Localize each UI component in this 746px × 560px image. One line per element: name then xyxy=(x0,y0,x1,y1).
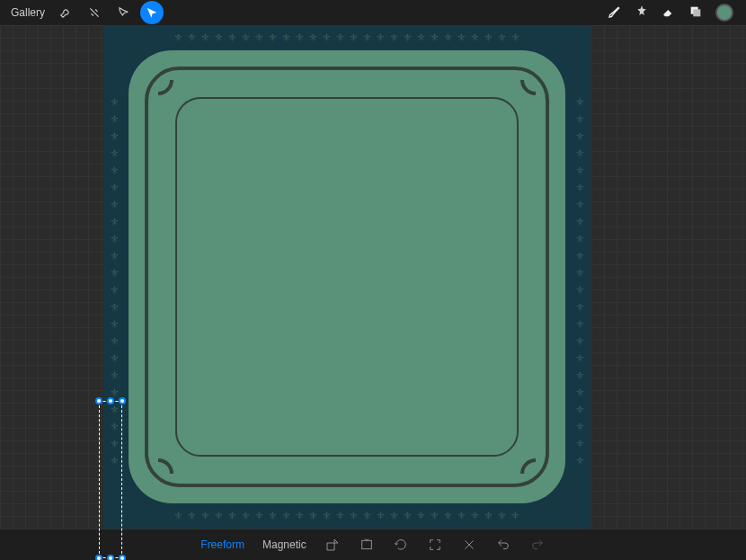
handle-tl[interactable] xyxy=(95,397,102,404)
fit-icon[interactable] xyxy=(427,537,443,553)
ornament-icon: ⚜ xyxy=(281,509,292,523)
ornament-icon: ⚜ xyxy=(574,437,585,451)
ornament-icon: ⚜ xyxy=(574,147,585,161)
ornament-icon: ⚜ xyxy=(362,31,373,45)
ornament-icon: ⚜ xyxy=(109,403,120,417)
ornament-icon: ⚜ xyxy=(109,181,120,195)
ornament-icon: ⚜ xyxy=(109,283,120,298)
ornament-icon: ⚜ xyxy=(574,334,585,349)
canvas[interactable]: ⚜⚜⚜⚜⚜⚜⚜⚜⚜⚜⚜⚜⚜⚜⚜⚜⚜⚜⚜⚜⚜⚜⚜⚜⚜⚜ ⚜⚜⚜⚜⚜⚜⚜⚜⚜⚜⚜⚜⚜… xyxy=(0,25,746,529)
close-icon[interactable] xyxy=(461,537,477,553)
ornament-icon: ⚜ xyxy=(574,181,585,195)
ornament-icon: ⚜ xyxy=(510,509,520,523)
ornament-icon: ⚜ xyxy=(241,31,252,45)
selection-icon[interactable] xyxy=(111,1,135,24)
ornament-icon: ⚜ xyxy=(109,334,120,349)
ornament-icon: ⚜ xyxy=(335,31,346,45)
ornament-icon: ⚜ xyxy=(109,215,120,229)
ornament-icon: ⚜ xyxy=(109,95,120,110)
snap-icon[interactable] xyxy=(324,537,341,553)
ornament-icon: ⚜ xyxy=(376,31,386,45)
ornament-icon: ⚜ xyxy=(574,420,585,434)
ornament-icon: ⚜ xyxy=(308,509,319,523)
ornament-icon: ⚜ xyxy=(349,509,360,523)
frame-fill xyxy=(129,50,565,503)
undo-icon[interactable] xyxy=(495,537,511,553)
ornament-icon: ⚜ xyxy=(281,31,292,45)
ornament-icon: ⚜ xyxy=(308,31,319,45)
brush-icon[interactable] xyxy=(608,4,622,22)
ornament-icon: ⚜ xyxy=(402,509,413,523)
ornament-icon: ⚜ xyxy=(574,403,585,417)
wrench-icon[interactable] xyxy=(54,1,77,24)
ornament-icon: ⚜ xyxy=(442,31,453,45)
ornament-icon: ⚜ xyxy=(469,509,480,523)
rotate-icon[interactable] xyxy=(393,537,409,553)
ornament-icon: ⚜ xyxy=(574,386,585,400)
gallery-link[interactable]: Gallery xyxy=(7,6,49,19)
ornament-icon: ⚜ xyxy=(227,31,238,45)
ornament-icon: ⚜ xyxy=(109,300,120,315)
transform-toolbar: Freeform Magnetic xyxy=(0,529,746,560)
transform-arrow-icon[interactable] xyxy=(140,1,164,24)
ornament-icon: ⚜ xyxy=(109,198,120,212)
ornament-icon: ⚜ xyxy=(574,317,585,332)
flip-h-icon[interactable] xyxy=(359,537,375,553)
ornament-icon: ⚜ xyxy=(456,31,466,45)
ornament-icon: ⚜ xyxy=(109,369,120,383)
ornament-icon: ⚜ xyxy=(483,31,493,45)
ornament-icon: ⚜ xyxy=(496,31,507,45)
ornament-icon: ⚜ xyxy=(402,31,413,45)
ornament-icon: ⚜ xyxy=(254,31,265,45)
ornament-icon: ⚜ xyxy=(109,317,120,332)
ornament-icon: ⚜ xyxy=(268,31,279,45)
outer-border xyxy=(145,67,549,487)
ornament-icon: ⚜ xyxy=(415,31,426,45)
ornament-icon: ⚜ xyxy=(429,31,440,45)
color-swatch[interactable] xyxy=(715,4,733,22)
ornament-icon: ⚜ xyxy=(335,509,346,523)
ornament-icon: ⚜ xyxy=(295,31,306,45)
ornament-icon: ⚜ xyxy=(389,31,400,45)
ornament-icon: ⚜ xyxy=(429,509,440,523)
mode-freeform[interactable]: Freeform xyxy=(200,538,244,551)
eraser-icon[interactable] xyxy=(662,4,676,22)
adjust-icon[interactable] xyxy=(83,1,106,24)
inner-border xyxy=(175,97,519,457)
ornament-icon: ⚜ xyxy=(173,31,184,45)
ornament-icon: ⚜ xyxy=(109,386,120,400)
toolbar-left-group: Gallery xyxy=(7,1,164,24)
smudge-icon[interactable] xyxy=(635,4,649,22)
layers-icon[interactable] xyxy=(688,4,703,22)
ornament-icon: ⚜ xyxy=(469,31,480,45)
ornament-icon: ⚜ xyxy=(173,509,184,523)
ornament-icon: ⚜ xyxy=(214,509,225,523)
ornament-icon: ⚜ xyxy=(574,283,585,298)
ornament-icon: ⚜ xyxy=(109,437,120,451)
ornament-icon: ⚜ xyxy=(574,95,585,110)
ornament-icon: ⚜ xyxy=(574,369,585,383)
ornament-icon: ⚜ xyxy=(214,31,225,45)
ornament-icon: ⚜ xyxy=(109,164,120,178)
ornament-icon: ⚜ xyxy=(241,509,252,523)
ornament-icon: ⚜ xyxy=(349,31,360,45)
ornament-icon: ⚜ xyxy=(268,509,279,523)
ornament-icon: ⚜ xyxy=(109,129,120,144)
ornament-icon: ⚜ xyxy=(109,420,120,434)
mode-magnetic[interactable]: Magnetic xyxy=(262,538,306,551)
ornament-icon: ⚜ xyxy=(510,31,520,45)
ornament-icon: ⚜ xyxy=(389,509,400,523)
ornament-icon: ⚜ xyxy=(227,509,238,523)
ornament-icon: ⚜ xyxy=(574,215,585,229)
ornament-icon: ⚜ xyxy=(322,509,333,523)
artwork: ⚜⚜⚜⚜⚜⚜⚜⚜⚜⚜⚜⚜⚜⚜⚜⚜⚜⚜⚜⚜⚜⚜⚜⚜⚜⚜ ⚜⚜⚜⚜⚜⚜⚜⚜⚜⚜⚜⚜⚜… xyxy=(103,25,591,529)
ornament-icon: ⚜ xyxy=(574,454,585,468)
ornament-icon: ⚜ xyxy=(187,31,198,45)
svg-rect-1 xyxy=(693,9,700,16)
ornament-icon: ⚜ xyxy=(574,266,585,280)
redo-icon[interactable] xyxy=(529,537,546,553)
ornament-icon: ⚜ xyxy=(483,509,493,523)
ornament-icon: ⚜ xyxy=(254,509,265,523)
ornament-icon: ⚜ xyxy=(415,509,426,523)
ornament-icon: ⚜ xyxy=(109,112,120,127)
